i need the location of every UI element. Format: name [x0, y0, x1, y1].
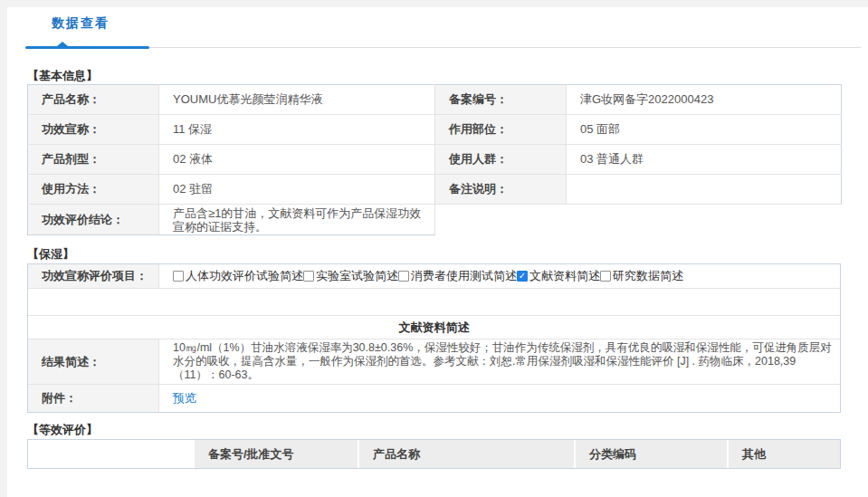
checkbox-unchecked-icon[interactable]	[600, 271, 611, 282]
spacer-row	[28, 289, 840, 316]
checkbox-unchecked-icon[interactable]	[173, 271, 184, 282]
conclusion-label: 功效评价结论：	[28, 205, 159, 235]
evaluation-checkbox-item[interactable]: 实验室试验简述	[303, 268, 398, 284]
table-row: 产品剂型： 02 液体 使用人群： 03 普通人群	[28, 145, 842, 175]
equivalence-header-product-name: 产品名称	[358, 440, 574, 468]
empty-cell	[435, 205, 842, 235]
evaluation-checkbox-item[interactable]: ✓文献资料简述	[517, 268, 600, 284]
section-title-moisturizing: 【保湿】	[27, 248, 868, 261]
section-title-equivalence: 【等效评价】	[27, 424, 868, 436]
tab-underline	[7, 46, 861, 49]
checkbox-checked-icon[interactable]: ✓	[517, 271, 528, 282]
page-content: 数据查看 【基本信息】 产品名称： YOUMU优慕光颜莹润精华液 备案编号： 津…	[7, 7, 868, 497]
evaluation-checkbox-item[interactable]: 研究数据简述	[600, 268, 683, 284]
equivalence-header-record-number: 备案号/批准文号	[193, 440, 358, 468]
checkbox-label: 研究数据简述	[613, 268, 683, 284]
checkbox-unchecked-icon[interactable]	[303, 271, 314, 282]
section-title-basic-info: 【基本信息】	[27, 70, 868, 82]
table-row: 功效宣称： 11 保湿 作用部位： 05 面部	[28, 115, 842, 145]
equivalence-table: 备案号/批准文号 产品名称 分类编码 其他	[27, 439, 841, 469]
product-form-label: 产品剂型：	[28, 145, 159, 175]
preview-link[interactable]: 预览	[173, 390, 196, 406]
target-users-value: 03 普通人群	[567, 145, 842, 175]
equivalence-header-empty	[28, 440, 193, 468]
tab-underline-track	[25, 47, 861, 48]
record-number-value: 津G妆网备字2022000423	[567, 85, 842, 115]
evaluation-items-label: 功效宣称评价项目：	[28, 264, 159, 288]
remarks-label: 备注说明：	[435, 175, 567, 205]
conclusion-text: 产品含≥1的甘油，文献资料可作为产品保湿功效宣称的证据支持。	[173, 206, 425, 234]
evaluation-items-row: 功效宣称评价项目： 人体功效评价试验简述实验室试验简述消费者使用测试简述✓文献资…	[28, 264, 840, 289]
apply-part-value: 05 面部	[567, 115, 842, 145]
attachment-label: 附件：	[28, 385, 159, 412]
moisturizing-table: 功效宣称评价项目： 人体功效评价试验简述实验室试验简述消费者使用测试简述✓文献资…	[27, 263, 841, 413]
basic-info-table: 产品名称： YOUMU优慕光颜莹润精华液 备案编号： 津G妆网备字2022000…	[27, 84, 842, 235]
tab-underline-active	[25, 46, 149, 49]
conclusion-value: 产品含≥1的甘油，文献资料可作为产品保湿功效宣称的证据支持。	[159, 205, 435, 235]
equivalence-header-other: 其他	[727, 440, 840, 468]
tab-data-view[interactable]: 数据查看	[52, 14, 110, 32]
product-form-value: 02 液体	[159, 145, 435, 175]
result-summary-label: 结果简述：	[28, 339, 159, 384]
literature-summary-header: 文献资料简述	[28, 316, 840, 339]
attachment-row: 附件： 预览	[28, 385, 840, 412]
equivalence-header-category-code: 分类编码	[574, 440, 727, 468]
efficacy-claim-value: 11 保湿	[159, 115, 435, 145]
checkbox-label: 消费者使用测试简述	[411, 268, 517, 284]
remarks-value	[567, 175, 842, 205]
product-name-value: YOUMU优慕光颜莹润精华液	[159, 85, 435, 115]
table-row: 功效评价结论： 产品含≥1的甘油，文献资料可作为产品保湿功效宣称的证据支持。	[28, 205, 842, 235]
efficacy-claim-label: 功效宣称：	[28, 115, 159, 145]
target-users-label: 使用人群：	[435, 145, 567, 175]
product-name-label: 产品名称：	[28, 85, 159, 115]
tab-bar: 数据查看	[7, 7, 868, 49]
checkbox-label: 文献资料简述	[529, 268, 600, 284]
record-number-label: 备案编号：	[435, 85, 567, 115]
evaluation-checkbox-row: 人体功效评价试验简述实验室试验简述消费者使用测试简述✓文献资料简述研究数据简述	[159, 264, 840, 288]
result-summary-text: 10㎎/ml（1%）甘油水溶液保湿率为30.8±0.36%，保湿性较好；甘油作为…	[159, 339, 840, 384]
table-row: 使用方法： 02 驻留 备注说明：	[28, 175, 842, 205]
checkbox-unchecked-icon[interactable]	[398, 271, 409, 282]
evaluation-checkbox-item[interactable]: 消费者使用测试简述	[398, 268, 517, 284]
apply-part-label: 作用部位：	[435, 115, 567, 145]
usage-method-label: 使用方法：	[28, 175, 159, 205]
table-row: 产品名称： YOUMU优慕光颜莹润精华液 备案编号： 津G妆网备字2022000…	[28, 85, 842, 115]
checkbox-label: 实验室试验简述	[316, 268, 398, 284]
evaluation-checkbox-item[interactable]: 人体功效评价试验简述	[173, 268, 303, 284]
checkbox-label: 人体功效评价试验简述	[186, 268, 303, 284]
result-summary-row: 结果简述： 10㎎/ml（1%）甘油水溶液保湿率为30.8±0.36%，保湿性较…	[28, 339, 840, 385]
usage-method-value: 02 驻留	[159, 175, 435, 205]
tab-active-arrow-icon	[57, 42, 68, 46]
